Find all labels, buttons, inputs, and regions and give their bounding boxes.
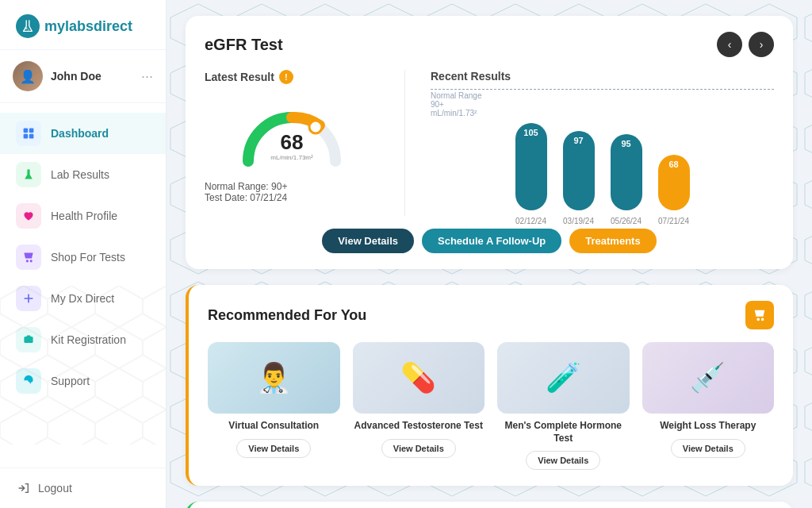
user-menu-button[interactable]: ··· xyxy=(141,68,153,85)
svg-rect-2 xyxy=(24,129,29,133)
bar-group-3: 95 05/26/24 xyxy=(611,134,642,225)
date-3: 05/26/24 xyxy=(611,217,642,225)
normal-range-chart-label: Normal Range90+mL/min/1.73² xyxy=(431,91,481,117)
gauge-container: 68 mL/min/1.73m² xyxy=(205,94,379,173)
egfr-divider xyxy=(404,70,405,216)
dx-direct-icon xyxy=(16,286,41,311)
recent-results-section: Recent Results Normal Range90+mL/min/1.7… xyxy=(431,70,774,216)
main-content: eGFR Test ‹ › Latest Result ! xyxy=(167,0,812,508)
svg-text:68: 68 xyxy=(281,130,304,154)
chart-bars: 105 02/12/24 97 03/19/24 95 xyxy=(431,122,774,225)
rec-image-testosterone: 💊 xyxy=(353,342,485,414)
support-icon xyxy=(16,368,41,394)
svg-rect-8 xyxy=(24,337,33,343)
nav-label-support: Support xyxy=(51,375,90,387)
recommended-items: 👨‍⚕️ Virtual Consultation View Details 💊… xyxy=(208,342,774,470)
logout-icon xyxy=(16,481,30,495)
rec-title-virtual-consultation: Virtual Consultation xyxy=(228,420,319,433)
nav-label-dx-direct: My Dx Direct xyxy=(51,292,114,305)
chart-area: Normal Range90+mL/min/1.73² 105 02/12/24… xyxy=(431,89,774,216)
warning-icon: ! xyxy=(279,70,293,84)
shop-icon xyxy=(16,244,41,270)
cart-icon-button[interactable] xyxy=(745,301,774,329)
gauge-svg: 68 mL/min/1.73m² xyxy=(232,94,351,173)
view-details-button[interactable]: View Details xyxy=(322,229,414,253)
bar-1: 105 xyxy=(515,123,547,210)
bar-4: 68 xyxy=(658,155,690,210)
date-1: 02/12/24 xyxy=(515,217,546,225)
health-profile-icon xyxy=(16,203,41,229)
recommended-header: Recommended For You xyxy=(208,301,774,329)
egfr-header: eGFR Test ‹ › xyxy=(205,32,774,57)
rec-title-weight-loss: Weight Loss Therapy xyxy=(660,420,756,433)
rec-title-testosterone: Advanced Testosterone Test xyxy=(354,420,483,433)
cart-icon xyxy=(753,308,767,322)
sidebar-item-kit-registration[interactable]: Kit Registration xyxy=(0,319,166,360)
egfr-body: Latest Result ! 68 xyxy=(205,70,774,216)
nav-label-health-profile: Health Profile xyxy=(51,210,117,222)
sidebar-item-dashboard[interactable]: Dashboard xyxy=(0,113,166,154)
svg-text:mL/min/1.73m²: mL/min/1.73m² xyxy=(270,154,313,161)
bar-group-1: 105 02/12/24 xyxy=(515,123,547,225)
nav-label-lab-results: Lab Results xyxy=(51,168,109,181)
rec-view-button-3[interactable]: View Details xyxy=(671,439,745,458)
svg-point-1 xyxy=(28,29,29,31)
latest-result-section: Latest Result ! 68 xyxy=(205,70,379,216)
recent-results-title: Recent Results xyxy=(431,70,774,83)
date-2: 03/19/24 xyxy=(563,217,594,225)
logo-icon xyxy=(16,14,40,38)
rec-item-virtual-consultation: 👨‍⚕️ Virtual Consultation View Details xyxy=(208,342,340,470)
rec-item-hormone: 🧪 Men's Complete Hormone Test View Detai… xyxy=(497,342,630,470)
bar-3: 95 xyxy=(611,134,642,210)
user-name: John Doe xyxy=(51,70,133,83)
normal-range-line: Normal Range90+mL/min/1.73² xyxy=(431,89,774,117)
egfr-title: eGFR Test xyxy=(205,36,283,54)
sidebar-item-health-profile[interactable]: Health Profile xyxy=(0,195,166,237)
rec-image-virtual-consultation: 👨‍⚕️ xyxy=(208,342,340,414)
nav-menu: Dashboard Lab Results Health Profile Sho… xyxy=(0,103,166,468)
treatments-button[interactable]: Treatments xyxy=(569,229,656,253)
upcoming-card: Upcoming Appointment Heart Health In-Per… xyxy=(186,502,793,508)
svg-point-0 xyxy=(25,27,28,29)
rec-item-weight-loss: 💉 Weight Loss Therapy View Details xyxy=(642,342,775,470)
svg-point-9 xyxy=(309,121,322,133)
dashboard-icon xyxy=(16,121,41,146)
next-arrow-button[interactable]: › xyxy=(749,32,774,57)
sidebar-item-lab-results[interactable]: Lab Results xyxy=(0,154,166,195)
nav-label-dashboard: Dashboard xyxy=(51,127,109,140)
egfr-nav-arrows: ‹ › xyxy=(717,32,774,57)
recommended-title: Recommended For You xyxy=(208,307,366,324)
svg-rect-7 xyxy=(28,294,29,302)
nav-label-shop: Shop For Tests xyxy=(51,251,125,264)
normal-range-text: Normal Range: 90+ Test Date: 07/21/24 xyxy=(205,181,379,203)
rec-image-weight-loss: 💉 xyxy=(642,342,775,414)
bar-2: 97 xyxy=(563,131,595,210)
bar-group-2: 97 03/19/24 xyxy=(563,131,595,225)
nav-label-kit-registration: Kit Registration xyxy=(51,333,126,346)
sidebar-item-shop-for-tests[interactable]: Shop For Tests xyxy=(0,237,166,278)
rec-view-button-0[interactable]: View Details xyxy=(236,439,311,458)
bar-group-4: 68 07/21/24 xyxy=(658,155,690,225)
rec-image-hormone: 🧪 xyxy=(497,342,630,414)
egfr-action-buttons: View Details Schedule A Follow-Up Treatm… xyxy=(205,229,774,253)
latest-result-title: Latest Result ! xyxy=(205,70,379,84)
prev-arrow-button[interactable]: ‹ xyxy=(717,32,742,57)
logo: mylabsdirect xyxy=(16,14,150,38)
recommended-card: Recommended For You 👨‍⚕️ Virtual Consult… xyxy=(186,285,793,486)
date-4: 07/21/24 xyxy=(658,217,689,225)
sidebar-item-my-dx-direct[interactable]: My Dx Direct xyxy=(0,278,166,319)
sidebar-footer: Logout xyxy=(0,468,166,508)
rec-view-button-2[interactable]: View Details xyxy=(526,451,600,470)
avatar: 👤 xyxy=(13,61,43,91)
svg-rect-3 xyxy=(29,129,34,133)
logout-button[interactable]: Logout xyxy=(16,481,150,495)
user-section: 👤 John Doe ··· xyxy=(0,50,166,103)
kit-registration-icon xyxy=(16,327,41,352)
logout-label: Logout xyxy=(38,482,72,495)
sidebar: mylabsdirect 👤 John Doe ··· Dashboard La… xyxy=(0,0,167,508)
sidebar-item-support[interactable]: Support xyxy=(0,360,166,402)
rec-view-button-1[interactable]: View Details xyxy=(381,439,456,458)
schedule-followup-button[interactable]: Schedule A Follow-Up xyxy=(422,229,561,253)
svg-rect-4 xyxy=(24,134,29,139)
logo-area: mylabsdirect xyxy=(0,0,166,50)
